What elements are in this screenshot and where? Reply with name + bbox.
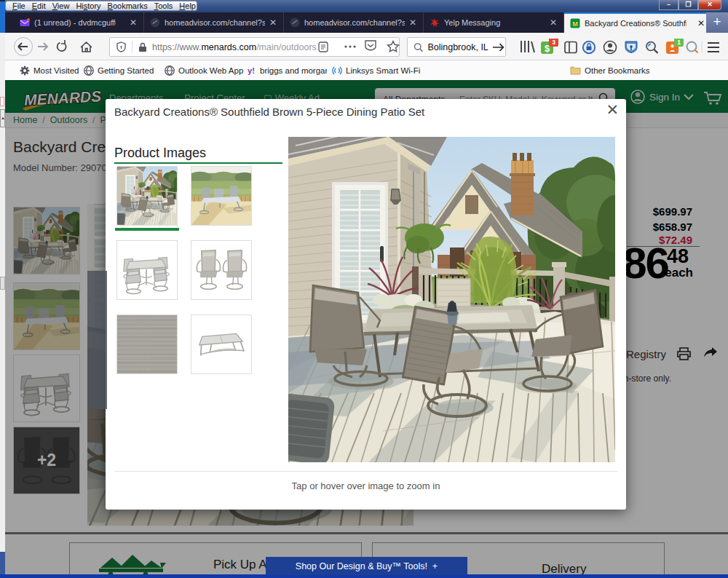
svg-text:M: M xyxy=(572,20,578,28)
svg-text:3: 3 xyxy=(552,39,555,46)
svg-text:y!: y! xyxy=(248,66,255,75)
svg-text:1: 1 xyxy=(677,39,681,46)
